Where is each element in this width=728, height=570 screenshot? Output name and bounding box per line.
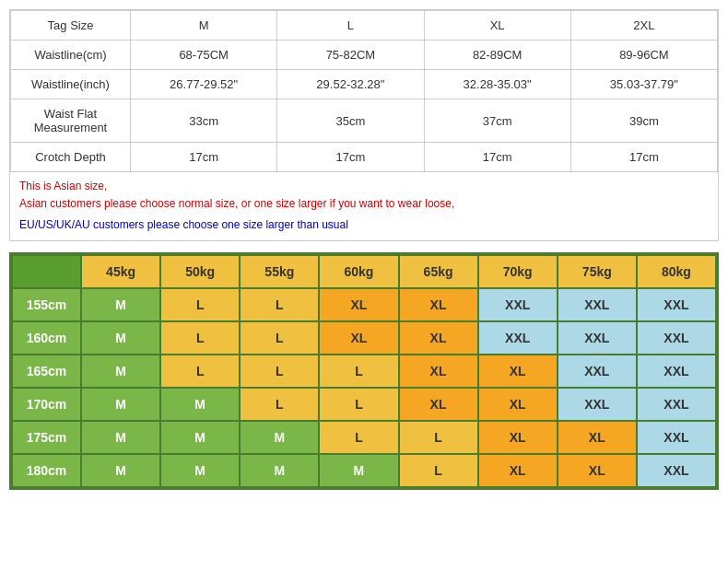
wh-cell-3-7: XXL — [637, 388, 716, 421]
size-cell-0-2: 82-89CM — [424, 41, 570, 70]
size-col-header-M: M — [131, 11, 277, 41]
wh-cell-0-3: XL — [319, 288, 398, 321]
weight-header-7: 80kg — [637, 255, 716, 288]
wh-cell-2-0: M — [81, 355, 160, 388]
weight-header-5: 70kg — [478, 255, 558, 288]
wh-cell-0-6: XXL — [558, 288, 637, 321]
size-cell-2-1: 35cm — [277, 99, 424, 143]
note-line3: EU/US/UK/AU customers please choose one … — [19, 218, 348, 231]
size-cell-3-2: 17cm — [424, 143, 570, 172]
size-col-header-2XL: 2XL — [570, 11, 717, 41]
size-cell-3-1: 17cm — [277, 143, 424, 172]
weight-header-1: 50kg — [160, 255, 240, 288]
wh-cell-5-1: M — [160, 454, 240, 487]
wh-cell-2-5: XL — [478, 355, 558, 388]
size-row-label-3: Crotch Depth — [11, 143, 131, 172]
wh-cell-3-4: XL — [399, 388, 478, 421]
wh-cell-1-6: XXL — [558, 321, 637, 355]
wh-cell-1-1: L — [160, 321, 240, 355]
wh-cell-1-7: XXL — [637, 321, 716, 355]
note-section: This is Asian size, Asian customers plea… — [10, 172, 718, 240]
wh-cell-3-5: XL — [478, 388, 558, 421]
wh-cell-4-6: XL — [558, 421, 637, 454]
wh-cell-3-1: M — [160, 388, 240, 421]
wh-cell-2-4: XL — [399, 355, 478, 388]
note-line1: This is Asian size, — [19, 180, 107, 192]
size-cell-1-1: 29.52-32.28" — [277, 70, 424, 99]
size-cell-0-0: 68-75CM — [131, 41, 277, 70]
wh-cell-2-2: L — [240, 355, 319, 388]
tag-size-header: Tag Size — [11, 11, 131, 41]
wh-cell-4-0: M — [81, 421, 160, 454]
wh-cell-4-2: M — [240, 421, 319, 454]
wh-cell-0-1: L — [160, 288, 240, 321]
weight-header-6: 75kg — [558, 255, 637, 288]
height-label-2: 165cm — [12, 355, 81, 388]
corner-cell: Weight Height — [12, 255, 81, 288]
size-row-label-1: Waistline(inch) — [11, 70, 131, 99]
wh-cell-4-7: XXL — [637, 421, 716, 454]
wh-cell-1-2: L — [240, 321, 319, 355]
wh-cell-2-6: XXL — [558, 355, 637, 388]
size-row-label-0: Waistline(cm) — [11, 41, 131, 70]
wh-cell-4-5: XL — [478, 421, 558, 454]
wh-cell-2-1: L — [160, 355, 240, 388]
wh-table: Weight Height 45kg50kg55kg60kg65kg70kg75… — [11, 254, 717, 488]
wh-cell-5-7: XXL — [637, 454, 716, 487]
wh-cell-4-3: L — [319, 421, 398, 454]
wh-cell-2-7: XXL — [637, 355, 716, 388]
wh-cell-5-0: M — [81, 454, 160, 487]
size-col-header-XL: XL — [424, 11, 570, 41]
wh-cell-4-1: M — [160, 421, 240, 454]
wh-cell-3-2: L — [240, 388, 319, 421]
wh-cell-3-6: XXL — [558, 388, 637, 421]
note-eu: EU/US/UK/AU customers please choose one … — [19, 218, 709, 231]
size-cell-1-0: 26.77-29.52" — [131, 70, 277, 99]
wh-cell-5-3: M — [319, 454, 398, 487]
weight-header-4: 65kg — [399, 255, 478, 288]
size-cell-2-2: 37cm — [424, 99, 570, 143]
size-cell-2-3: 39cm — [570, 99, 717, 143]
wh-table-wrapper: Weight Height 45kg50kg55kg60kg65kg70kg75… — [9, 252, 719, 490]
size-cell-0-1: 75-82CM — [277, 41, 424, 70]
wh-cell-0-5: XXL — [478, 288, 558, 321]
size-cell-1-3: 35.03-37.79" — [570, 70, 717, 99]
wh-cell-0-7: XXL — [637, 288, 716, 321]
size-cell-1-2: 32.28-35.03" — [424, 70, 570, 99]
weight-header-2: 55kg — [240, 255, 319, 288]
note-asian: This is Asian size, Asian customers plea… — [19, 178, 709, 213]
wh-cell-0-0: M — [81, 288, 160, 321]
size-row-label-2: Waist Flat Measurement — [11, 99, 131, 143]
wh-cell-5-6: XL — [558, 454, 637, 487]
height-label-3: 170cm — [12, 388, 81, 421]
size-cell-3-3: 17cm — [570, 143, 717, 172]
wh-cell-5-4: L — [399, 454, 478, 487]
size-cell-0-3: 89-96CM — [570, 41, 717, 70]
note-line2: Asian customers please choose normal siz… — [19, 197, 454, 210]
wh-cell-4-4: L — [399, 421, 478, 454]
wh-cell-5-5: XL — [478, 454, 558, 487]
wh-cell-2-3: L — [319, 355, 398, 388]
wh-cell-1-5: XXL — [478, 321, 558, 355]
height-label-4: 175cm — [12, 421, 81, 454]
wh-cell-5-2: M — [240, 454, 319, 487]
size-col-header-L: L — [277, 11, 424, 41]
wh-cell-0-4: XL — [399, 288, 478, 321]
wh-cell-3-3: L — [319, 388, 398, 421]
size-cell-3-0: 17cm — [131, 143, 277, 172]
wh-cell-1-4: XL — [399, 321, 478, 355]
wh-cell-1-3: XL — [319, 321, 398, 355]
size-table-wrapper: Tag SizeMLXL2XLWaistline(cm)68-75CM75-82… — [9, 9, 719, 241]
weight-header-3: 60kg — [319, 255, 398, 288]
size-cell-2-0: 33cm — [131, 99, 277, 143]
wh-cell-3-0: M — [81, 388, 160, 421]
size-table: Tag SizeMLXL2XLWaistline(cm)68-75CM75-82… — [10, 10, 718, 172]
weight-header-0: 45kg — [81, 255, 160, 288]
wh-cell-1-0: M — [81, 321, 160, 355]
height-label-1: 160cm — [12, 321, 81, 355]
height-label-0: 155cm — [12, 288, 81, 321]
wh-cell-0-2: L — [240, 288, 319, 321]
height-label-5: 180cm — [12, 454, 81, 487]
